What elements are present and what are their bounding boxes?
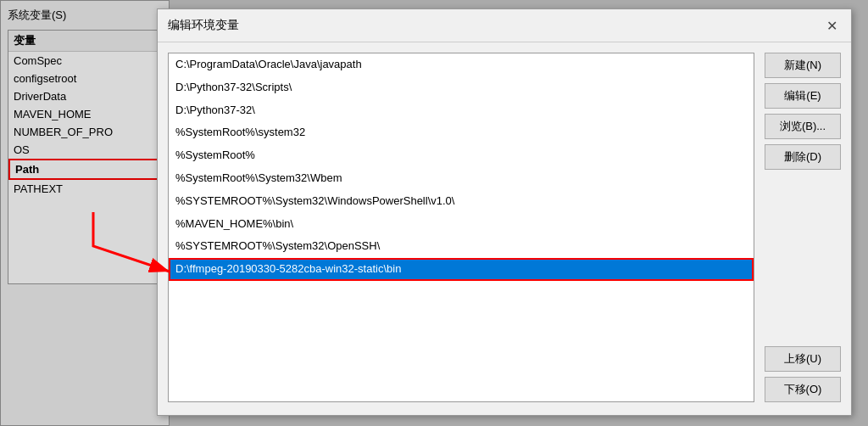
edit-env-dialog: 编辑环境变量 ✕ C:\ProgramData\Oracle\Java\java… [157, 8, 852, 416]
dialog-content: C:\ProgramData\Oracle\Java\javapathD:\Py… [158, 42, 851, 412]
path-list-item[interactable]: %SystemRoot%\system32 [169, 121, 754, 144]
path-list[interactable]: C:\ProgramData\Oracle\Java\javapathD:\Py… [168, 53, 754, 402]
move-down-button[interactable]: 下移(O) [765, 377, 841, 402]
close-button[interactable]: ✕ [822, 16, 841, 35]
path-list-item[interactable]: D:\Python37-32\ [169, 99, 754, 122]
delete-button[interactable]: 删除(D) [765, 144, 841, 170]
path-list-item[interactable]: C:\ProgramData\Oracle\Java\javapath [169, 53, 754, 76]
edit-button[interactable]: 编辑(E) [765, 83, 841, 109]
path-list-item[interactable]: %MAVEN_HOME%\bin\ [169, 213, 754, 236]
dialog-title: 编辑环境变量 [168, 18, 239, 33]
move-up-button[interactable]: 上移(U) [765, 346, 841, 372]
path-list-item[interactable]: %SystemRoot%\System32\Wbem [169, 167, 754, 190]
new-button[interactable]: 新建(N) [765, 53, 841, 78]
path-list-item[interactable]: %SYSTEMROOT%\System32\OpenSSH\ [169, 235, 754, 258]
path-list-item[interactable]: D:\Python37-32\Scripts\ [169, 76, 754, 99]
button-column: 新建(N)编辑(E)浏览(B)...删除(D)上移(U)下移(O) [765, 53, 841, 402]
path-list-item[interactable]: D:\ffmpeg-20190330-5282cba-win32-static\… [169, 258, 754, 281]
path-list-item[interactable]: %SYSTEMROOT%\System32\WindowsPowerShell\… [169, 190, 754, 213]
path-list-item[interactable]: %SystemRoot% [169, 144, 754, 167]
dialog-titlebar: 编辑环境变量 ✕ [158, 9, 851, 42]
browse-button[interactable]: 浏览(B)... [765, 114, 841, 139]
